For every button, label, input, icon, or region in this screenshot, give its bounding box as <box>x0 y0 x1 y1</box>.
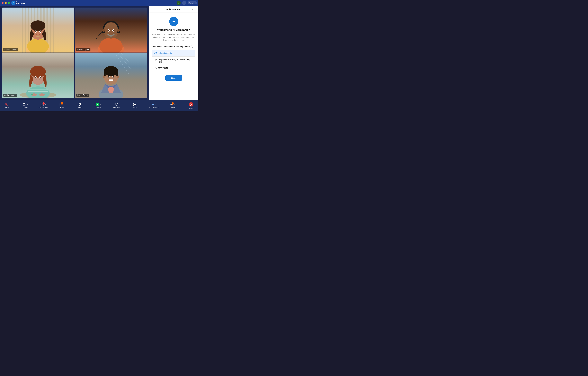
more-icon-wrap: 1 ▲ <box>170 103 175 106</box>
video-cell-rob: Rob Thompson <box>75 8 147 52</box>
participant-label-sasha: Sasha Lehman <box>3 94 17 97</box>
apps-icon-wrap <box>133 103 137 106</box>
video-icon-wrap: ▲ <box>23 103 28 106</box>
svg-point-20 <box>40 31 41 32</box>
minimize-button[interactable] <box>5 2 7 4</box>
svg-rect-80 <box>135 103 136 104</box>
ai-sparkle-icon[interactable]: ✦ <box>182 1 186 5</box>
security-icon[interactable]: 🛡 <box>177 1 181 5</box>
audio-icon-wrap: ▲ <box>5 103 10 106</box>
chat-icon-wrap: 1 ▲ <box>59 103 64 106</box>
ai-icon-circle: ✦ <box>169 17 178 26</box>
host-tools-icon <box>115 103 118 106</box>
video-cell-angelica: Angelica Brooks <box>2 8 74 52</box>
toolbar-item-share[interactable]: ▲ Share <box>94 103 103 108</box>
participants-icon-wrap: 3 ▲ <box>41 103 46 106</box>
host-tools-label: Host tools <box>113 107 120 108</box>
participants-badge: 3 <box>43 102 45 104</box>
option-all-participants-from-join[interactable]: All participants only from when they joi… <box>152 57 195 65</box>
more-chevron: ▲ <box>174 104 175 105</box>
views-label: Views <box>189 2 193 4</box>
toolbar-item-chat[interactable]: 1 ▲ Chat <box>58 103 66 108</box>
svg-point-64 <box>108 76 109 78</box>
svg-point-21 <box>36 36 40 37</box>
svg-point-47 <box>35 77 36 78</box>
option-all-participants[interactable]: All participants <box>152 50 195 57</box>
toolbar-item-apps[interactable]: Apps <box>130 103 139 108</box>
svg-rect-40 <box>28 91 48 92</box>
svg-point-32 <box>108 30 109 31</box>
toolbar-item-more[interactable]: 1 ▲ More <box>168 103 177 108</box>
svg-point-68 <box>117 75 119 78</box>
svg-rect-66 <box>109 80 113 81</box>
video-label: Video <box>23 107 28 108</box>
svg-point-70 <box>155 59 156 60</box>
svg-rect-76 <box>23 104 25 105</box>
ai-companion-panel: AI Companion ⬡ ✕ ✦ Welcome to AI Compani… <box>149 6 198 100</box>
share-chevron: ▲ <box>100 104 101 105</box>
close-button[interactable] <box>2 2 4 4</box>
toolbar-item-react[interactable]: ▲ React <box>76 103 85 108</box>
option-from-join-label: All participants only from when they joi… <box>159 58 193 63</box>
video-icon <box>23 103 26 106</box>
participants-label: Participants <box>40 107 48 108</box>
option-only-hosts[interactable]: Only hosts <box>152 65 195 71</box>
react-icon <box>78 103 81 106</box>
option-all-participants-label: All participants <box>159 52 172 54</box>
ai-panel-header-actions: ⬡ ✕ <box>190 7 197 11</box>
ai-panel-content: ✦ Welcome to AI Companion After starting… <box>149 12 198 100</box>
svg-point-51 <box>31 94 33 95</box>
react-chevron: ▲ <box>81 104 83 105</box>
views-button[interactable]: Views <box>188 1 197 4</box>
toolbar-item-host-tools[interactable]: Host tools <box>112 103 121 108</box>
svg-rect-71 <box>155 68 157 69</box>
chat-label: Chat <box>60 107 64 108</box>
ai-panel-popout-button[interactable]: ⬡ <box>190 7 193 11</box>
participant-label-angelica: Angelica Brooks <box>3 48 18 51</box>
main-content: Angelica Brooks <box>0 6 198 100</box>
svg-point-67 <box>103 75 105 78</box>
ai-companion-chevron: ▲ <box>155 104 157 105</box>
svg-rect-81 <box>134 104 135 106</box>
grid-icon <box>194 2 195 4</box>
svg-rect-82 <box>135 104 136 106</box>
apps-icon <box>133 103 137 106</box>
leave-icon-wrap <box>189 102 193 106</box>
video-cell-sasha: Sasha Lehman <box>2 53 74 98</box>
svg-line-54 <box>118 53 130 69</box>
ai-welcome-description: After starting AI Companion, you can ask… <box>152 33 195 42</box>
window-controls <box>2 2 10 4</box>
ai-options-list: All participants All participants only f… <box>152 50 195 71</box>
svg-point-59 <box>104 66 118 76</box>
svg-rect-41 <box>28 93 48 93</box>
ai-panel-close-button[interactable]: ✕ <box>194 7 197 11</box>
option-only-hosts-label: Only hosts <box>158 67 168 69</box>
svg-rect-2 <box>25 8 26 52</box>
toolbar-item-ai-companion[interactable]: ▲ AI Companion <box>149 103 159 108</box>
maximize-button[interactable] <box>8 2 10 4</box>
title-bar-controls: 🛡 ✦ Views <box>177 1 197 5</box>
more-label: More <box>171 107 175 108</box>
ai-panel-header: AI Companion ⬡ ✕ <box>149 6 198 12</box>
svg-point-50 <box>39 94 45 96</box>
toolbar: ▲ Audio ▲ Video <box>0 100 198 111</box>
participant-label-rob: Rob Thompson <box>76 48 90 51</box>
audio-icon <box>5 103 8 106</box>
ai-welcome-title: Welcome to AI Companion <box>157 28 190 31</box>
toolbar-item-audio[interactable]: ▲ Audio <box>3 103 12 108</box>
toolbar-item-leave[interactable]: Leave <box>187 102 195 109</box>
svg-point-34 <box>102 29 105 32</box>
svg-point-65 <box>113 76 114 78</box>
leave-icon <box>189 102 193 106</box>
ai-sparkle-icon: ✦ <box>172 19 175 24</box>
share-icon <box>96 103 99 106</box>
host-tools-icon-wrap <box>115 103 118 106</box>
toolbar-item-participants[interactable]: 3 ▲ Participants <box>39 103 48 108</box>
audio-label: Audio <box>5 107 9 108</box>
zoom-logo-icon: Z <box>11 1 15 5</box>
start-ai-companion-button[interactable]: Start <box>165 75 182 81</box>
question-info-icon[interactable]: i <box>191 46 193 48</box>
app-name-workplace: Workplace <box>16 3 25 5</box>
toolbar-item-video[interactable]: ▲ Video <box>21 103 30 108</box>
ai-companion-icon <box>151 103 154 106</box>
